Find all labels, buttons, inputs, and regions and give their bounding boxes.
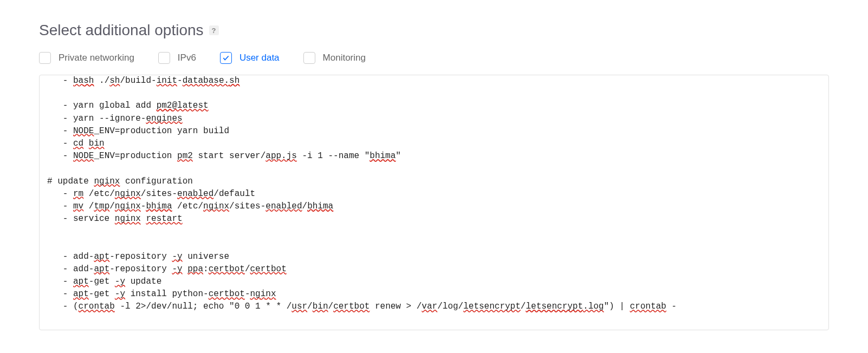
- option-user-data[interactable]: User data: [220, 52, 280, 64]
- checkbox-ipv6[interactable]: [158, 52, 170, 64]
- check-icon: [222, 54, 230, 62]
- option-monitoring[interactable]: Monitoring: [303, 52, 366, 64]
- checkbox-private-networking[interactable]: [39, 52, 51, 64]
- user-data-container: - bash ./sh/build-init-database.sh - yar…: [39, 75, 829, 330]
- option-label: Private networking: [59, 53, 134, 63]
- help-icon[interactable]: ?: [209, 25, 219, 35]
- section-title: Select additional options: [39, 22, 204, 39]
- option-ipv6[interactable]: IPv6: [158, 52, 196, 64]
- options-row: Private networking IPv6 User data Monito…: [39, 52, 829, 64]
- option-label: User data: [239, 53, 280, 63]
- checkbox-monitoring[interactable]: [303, 52, 315, 64]
- section-header: Select additional options ?: [39, 22, 829, 39]
- checkbox-user-data[interactable]: [220, 52, 232, 64]
- user-data-textarea[interactable]: - bash ./sh/build-init-database.sh - yar…: [40, 75, 828, 330]
- option-label: Monitoring: [323, 53, 366, 63]
- option-label: IPv6: [178, 53, 196, 63]
- option-private-networking[interactable]: Private networking: [39, 52, 134, 64]
